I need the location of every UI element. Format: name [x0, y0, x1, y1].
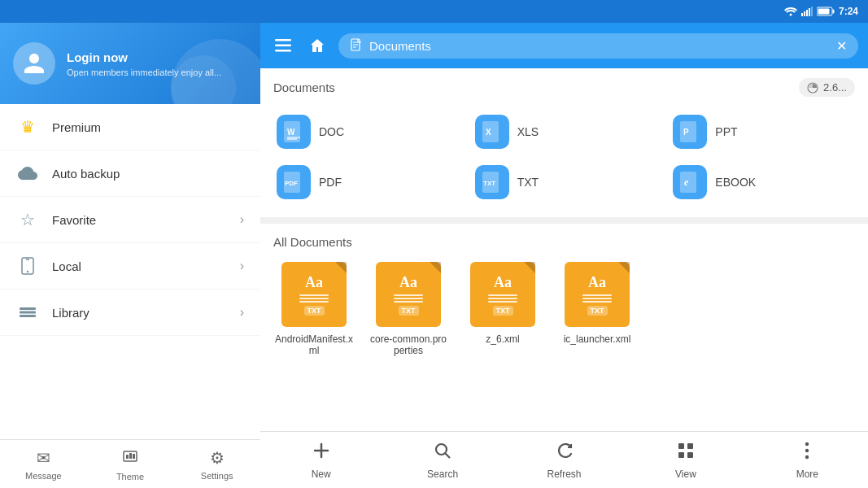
line — [488, 294, 517, 296]
svg-rect-14 — [20, 307, 36, 310]
current-path: Documents — [369, 39, 830, 53]
line — [299, 298, 329, 299]
view-icon — [676, 441, 696, 465]
doctype-ebook[interactable]: e EBOOK — [663, 157, 861, 207]
sidebar-item-local[interactable]: Local › — [0, 243, 260, 290]
message-icon: ✉ — [37, 448, 50, 468]
login-subtitle: Open members immediately enjoy all... — [67, 68, 221, 77]
new-label: New — [312, 468, 331, 480]
view-button[interactable]: View — [625, 432, 746, 488]
doc-types-grid: W DOC X XLS — [260, 103, 868, 217]
home-button[interactable] — [304, 33, 330, 59]
svg-rect-12 — [20, 315, 36, 317]
hamburger-button[interactable] — [270, 34, 296, 57]
svg-rect-17 — [129, 453, 132, 459]
svg-rect-7 — [832, 10, 834, 14]
sidebar-item-favorite[interactable]: ☆ Favorite › — [0, 197, 260, 243]
svg-point-11 — [27, 271, 28, 272]
content-area: Documents ✕ Documents 2.6... — [260, 23, 868, 488]
file-thumbnail: Aa TXT — [470, 262, 535, 327]
svg-rect-46 — [687, 443, 693, 449]
svg-rect-45 — [678, 443, 684, 449]
chevron-right-icon: › — [240, 305, 244, 320]
sidebar-item-autobackup[interactable]: Auto backup — [0, 150, 260, 197]
line — [299, 294, 329, 296]
file-item[interactable]: Aa TXT ic_launcher.xml — [556, 262, 638, 356]
user-icon — [22, 51, 46, 76]
line — [488, 298, 517, 299]
sidebar-item-label: Library — [52, 306, 227, 320]
file-item[interactable]: Aa TXT z_6.xml — [462, 262, 543, 356]
doctype-doc[interactable]: W DOC — [267, 107, 465, 157]
sidebar-item-label: Local — [52, 259, 227, 273]
file-thumb-lines — [488, 294, 517, 303]
tab-theme[interactable]: Theme — [87, 440, 174, 488]
view-label: View — [675, 468, 696, 480]
crown-icon: ♛ — [16, 115, 39, 138]
file-type-badge: TXT — [304, 306, 325, 316]
sidebar: Login now Open members immediately enjoy… — [0, 23, 260, 488]
tab-message[interactable]: ✉ Message — [0, 440, 87, 488]
svg-text:W: W — [287, 128, 295, 137]
doctype-pdf[interactable]: PDF PDF — [267, 157, 465, 207]
svg-text:X: X — [486, 128, 491, 137]
avatar — [13, 42, 55, 85]
layers-icon — [16, 301, 39, 324]
line — [394, 298, 423, 299]
svg-rect-8 — [818, 9, 829, 15]
svg-text:TXT: TXT — [483, 180, 495, 187]
txt-icon: TXT — [475, 165, 509, 199]
svg-rect-5 — [811, 7, 813, 16]
svg-rect-2 — [804, 11, 805, 16]
sidebar-menu: ♛ Premium Auto backup ☆ Favorite › — [0, 104, 260, 439]
sidebar-item-label: Favorite — [52, 213, 227, 227]
new-button[interactable]: New — [260, 432, 382, 488]
path-pill: Documents ✕ — [338, 33, 858, 59]
bottom-toolbar: New Search Refresh — [260, 431, 868, 488]
tab-settings[interactable]: ⚙ Settings — [173, 440, 260, 488]
refresh-button[interactable]: Refresh — [504, 432, 625, 488]
more-button[interactable]: More — [747, 432, 868, 488]
sidebar-item-library[interactable]: Library › — [0, 290, 260, 336]
doctype-label: XLS — [517, 125, 539, 138]
file-thumb-lines — [394, 294, 423, 303]
file-name: AndroidManifest.xml — [273, 333, 355, 356]
main-layout: Login now Open members immediately enjoy… — [0, 23, 868, 488]
svg-text:e: e — [684, 176, 689, 188]
star-icon: ☆ — [16, 208, 39, 231]
search-button[interactable]: Search — [382, 432, 503, 488]
svg-rect-3 — [806, 10, 808, 16]
doctype-xls[interactable]: X XLS — [465, 107, 664, 157]
phone-icon — [16, 255, 39, 277]
cloud-icon — [16, 162, 39, 185]
file-thumb-lines — [582, 294, 612, 303]
doctype-label: TXT — [517, 176, 539, 189]
file-type-badge: TXT — [399, 306, 419, 316]
close-path-button[interactable]: ✕ — [836, 38, 847, 54]
svg-rect-19 — [275, 39, 291, 41]
file-item[interactable]: Aa TXT AndroidManifest.xml — [273, 262, 355, 356]
refresh-icon — [555, 441, 574, 465]
refresh-label: Refresh — [547, 468, 582, 480]
file-type-badge: TXT — [587, 306, 608, 316]
svg-line-44 — [446, 453, 451, 458]
sidebar-bottom-tabs: ✉ Message Theme ⚙ Settings — [0, 439, 260, 488]
section-divider — [260, 217, 868, 224]
tab-theme-label: Theme — [116, 472, 144, 481]
file-item[interactable]: Aa TXT core-common.properties — [368, 262, 449, 356]
time-display: 7:24 — [839, 6, 858, 17]
doctype-label: EBOOK — [715, 176, 756, 189]
document-icon — [350, 38, 363, 54]
doctype-txt[interactable]: TXT TXT — [465, 157, 664, 207]
new-icon — [312, 441, 331, 465]
svg-rect-47 — [678, 452, 684, 458]
doctype-ppt[interactable]: P PPT — [663, 107, 861, 157]
wifi-icon — [784, 7, 797, 16]
all-docs-title: All Documents — [273, 235, 352, 249]
svg-point-0 — [789, 14, 792, 16]
svg-rect-13 — [20, 312, 36, 314]
files-grid: Aa TXT AndroidManifest.xml Aa — [260, 255, 868, 369]
search-icon — [433, 441, 452, 465]
svg-rect-18 — [133, 454, 135, 459]
svg-point-49 — [805, 442, 809, 445]
